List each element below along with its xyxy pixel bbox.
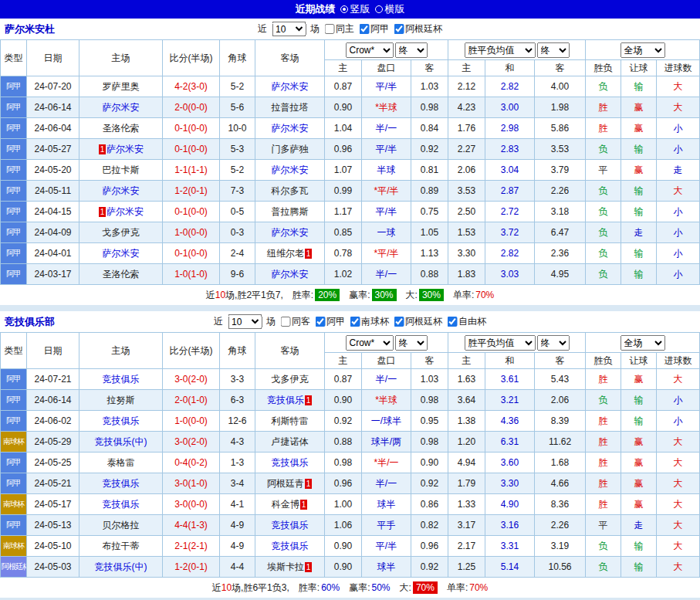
team-name-link[interactable]: 纽维尔老	[267, 248, 304, 259]
bookmaker-select[interactable]: Crow*	[346, 335, 394, 351]
cell-score: 3-0(1-0)	[163, 473, 220, 494]
team-name-link[interactable]: 拉普拉塔	[272, 102, 309, 113]
filter-checkbox-阿甲[interactable]: 阿甲	[315, 315, 345, 328]
handicap-state-select[interactable]: 终	[395, 335, 428, 351]
match-row: 阿甲24-03-17圣洛伦索1-0(1-0)9-6萨尔米安1.02半/一0.88…	[1, 264, 700, 285]
team-name-link[interactable]: 门多萨独	[272, 144, 309, 154]
cell-euro-home: 1.76	[448, 118, 485, 139]
team-name-link[interactable]: 竞技俱乐	[272, 541, 309, 551]
cell-corners: 4-4	[220, 557, 255, 578]
cell-euro-draw: 2.82	[485, 243, 535, 264]
checkbox-input[interactable]	[350, 317, 360, 327]
radio-horizontal-label: 横版	[385, 2, 405, 16]
checkbox-input[interactable]	[280, 317, 290, 327]
cell-away-handicap-odds: 1.03	[411, 76, 448, 97]
layout-radio-vertical[interactable]: 竖版	[340, 2, 370, 16]
filter-checkbox-阿根廷杯[interactable]: 阿根廷杯	[394, 22, 442, 36]
odds-type-select[interactable]: 胜平负均值	[465, 42, 536, 58]
cell-goals-result: 大	[657, 432, 700, 453]
team-name-link[interactable]: 戈多伊克	[272, 374, 309, 385]
team-name-link[interactable]: 竞技俱乐	[103, 499, 140, 510]
cell-euro-draw: 3.00	[485, 97, 535, 118]
team-name-link[interactable]: 萨尔米安	[103, 248, 140, 259]
team-name-link[interactable]: 萨尔米安	[272, 227, 309, 238]
team-name-link[interactable]: 竞技俱乐(中)	[95, 561, 147, 572]
match-count-select[interactable]: 10	[272, 22, 306, 36]
team-name-link[interactable]: 戈多伊克	[103, 227, 140, 238]
team-name-link[interactable]: 贝尔格拉	[103, 520, 140, 531]
team-name-link[interactable]: 布拉干蒂	[103, 541, 140, 551]
cell-competition: 阿甲	[1, 160, 27, 181]
cell-result: 胜	[586, 494, 621, 515]
cell-euro-away: 4.66	[535, 473, 586, 494]
filter-checkbox-同主[interactable]: 同主	[324, 22, 354, 36]
team-name-link[interactable]: 圣洛伦索	[103, 269, 140, 280]
team-name-link[interactable]: 竞技俱乐	[103, 374, 140, 385]
bookmaker-select[interactable]: Crow*	[346, 42, 394, 58]
cell-goals-result: 大	[657, 369, 700, 390]
team-name-link[interactable]: 罗萨里奥	[103, 81, 140, 92]
filter-checkbox-阿甲[interactable]: 阿甲	[359, 22, 389, 36]
team-name-link[interactable]: 萨尔米安	[107, 144, 144, 154]
team-name-link[interactable]: 萨尔米安	[272, 81, 309, 92]
cell-home-handicap-odds: 0.98	[325, 453, 362, 473]
radio-unselected-icon	[375, 5, 383, 13]
match-count-select[interactable]: 10	[228, 314, 262, 329]
team-name-link[interactable]: 竞技俱乐	[103, 415, 140, 426]
team-name-link[interactable]: 巴拉卡斯	[103, 164, 140, 175]
cell-handicap-line: 一/球半	[362, 411, 411, 432]
column-header: 让球	[621, 353, 657, 369]
cell-euro-draw: 3.60	[485, 453, 535, 473]
layout-radio-horizontal[interactable]: 横版	[375, 2, 405, 16]
checkbox-input[interactable]	[359, 24, 369, 34]
cell-result: 负	[586, 202, 621, 222]
checkbox-input[interactable]	[394, 317, 404, 327]
cell-score: 0-1(0-0)	[163, 243, 220, 264]
team-name-link[interactable]: 萨尔米安	[272, 269, 309, 280]
team-name-link[interactable]: 圣洛伦索	[103, 123, 140, 134]
odds-type-select[interactable]: 胜平负均值	[465, 335, 536, 351]
team-name-link[interactable]: 拉努斯	[107, 395, 135, 405]
cell-away-handicap-odds: 0.81	[411, 160, 448, 181]
cell-away-handicap-odds: 0.98	[411, 432, 448, 453]
cell-handicap-result: 输	[621, 243, 657, 264]
filter-bar: 近10场同客阿甲南球杯阿根廷杯自由杯	[214, 314, 486, 329]
checkbox-input[interactable]	[324, 24, 334, 34]
cell-away-handicap-odds: 0.98	[411, 97, 448, 118]
section-team-1: 萨尔米安杜 近10场同主阿甲阿根廷杯 类型日期主场比分(半场)角球客场Crow*…	[0, 19, 700, 305]
team-name-link[interactable]: 萨尔米安	[272, 164, 309, 175]
checkbox-input[interactable]	[315, 317, 325, 327]
team-name-link[interactable]: 竞技俱乐(中)	[95, 436, 147, 447]
team-name-link[interactable]: 利斯特雷	[272, 415, 309, 426]
scope-select[interactable]: 全场	[621, 42, 665, 58]
team-name-link[interactable]: 泰格雷	[107, 457, 135, 468]
cell-handicap-result: 赢	[621, 432, 657, 453]
euro-state-select[interactable]: 终	[537, 42, 570, 58]
filter-checkbox-自由杯[interactable]: 自由杯	[447, 315, 486, 328]
filter-checkbox-阿根廷杯[interactable]: 阿根廷杯	[394, 315, 442, 328]
team-name-link[interactable]: 萨尔米安	[272, 123, 309, 134]
team-name-link[interactable]: 萨尔米安	[103, 185, 140, 196]
filter-checkbox-同客[interactable]: 同客	[280, 315, 310, 328]
filter-checkbox-南球杯[interactable]: 南球杯	[350, 315, 389, 328]
team-name-link[interactable]: 竞技俱乐	[272, 457, 309, 468]
team-name-link[interactable]: 普拉腾斯	[272, 206, 309, 217]
team-name-link[interactable]: 卢捷诺体	[272, 436, 309, 447]
checkbox-input[interactable]	[447, 317, 457, 327]
team-name-link[interactable]: 竞技俱乐	[103, 478, 140, 489]
handicap-state-select[interactable]: 终	[395, 42, 428, 58]
cell-home-team: 竞技俱乐	[79, 411, 163, 432]
team-name-link[interactable]: 萨尔米安	[107, 206, 144, 217]
team-name-link[interactable]: 竞技俱乐	[267, 395, 304, 405]
checkbox-input[interactable]	[394, 24, 404, 34]
team-name-link[interactable]: 埃斯卡拉	[267, 561, 304, 572]
team-name-link[interactable]: 科尔多瓦	[272, 185, 309, 196]
scope-select[interactable]: 全场	[621, 335, 665, 351]
team-name-link[interactable]: 科金博	[272, 499, 299, 510]
team-name-link[interactable]: 阿根廷青	[267, 478, 304, 489]
cell-result: 胜	[586, 411, 621, 432]
euro-state-select[interactable]: 终	[537, 335, 570, 351]
team-name-link[interactable]: 竞技俱乐	[272, 520, 309, 531]
cell-score: 1-2(0-1)	[163, 557, 220, 578]
team-name-link[interactable]: 萨尔米安	[103, 102, 140, 113]
